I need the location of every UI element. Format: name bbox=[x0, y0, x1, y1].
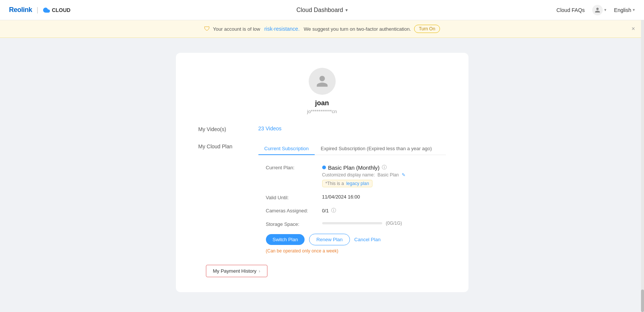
plan-status-dot bbox=[322, 166, 326, 169]
banner-text-suffix: We suggest you turn on two-factor authen… bbox=[304, 26, 411, 32]
storage-bar bbox=[322, 222, 382, 224]
close-icon[interactable]: × bbox=[632, 25, 635, 32]
cloud-plan-label: My Cloud Plan bbox=[198, 143, 258, 149]
customized-label: Customized display name: bbox=[322, 172, 375, 178]
scrollbar[interactable] bbox=[641, 0, 644, 312]
header-center: Cloud Dashboard ▾ bbox=[296, 7, 348, 13]
warning-banner: 🛡 Your account is of low risk-resistance… bbox=[0, 20, 644, 38]
cloud-faqs-link[interactable]: Cloud FAQs bbox=[557, 7, 585, 13]
shield-icon: 🛡 bbox=[204, 25, 210, 32]
turn-on-button[interactable]: Turn On bbox=[414, 25, 440, 33]
logo-section: Reolink | CLOUD bbox=[9, 6, 71, 14]
cloud-logo-text: CLOUD bbox=[52, 7, 71, 13]
valid-until-row: Valid Until: 11/04/2024 16:00 bbox=[258, 194, 446, 200]
tab-expired-subscription[interactable]: Expired Subscription (Expired less than … bbox=[315, 143, 438, 155]
cameras-help-icon[interactable]: ⓘ bbox=[331, 207, 336, 214]
storage-label: Storage Space: bbox=[266, 221, 322, 227]
current-plan-value: Basic Plan (Monthly) ⓘ Customized displa… bbox=[322, 164, 446, 187]
person-icon bbox=[594, 7, 600, 13]
customized-name-row: Customized display name: Basic Plan ✎ bbox=[322, 172, 446, 178]
user-dropdown-icon: ▾ bbox=[604, 7, 606, 12]
cameras-value: 0/1 ⓘ bbox=[322, 207, 446, 214]
cloud-icon bbox=[43, 6, 50, 14]
edit-icon[interactable]: ✎ bbox=[402, 172, 405, 178]
current-plan-row: Current Plan: Basic Plan (Monthly) ⓘ Cus… bbox=[258, 164, 446, 187]
app-header: Reolink | CLOUD Cloud Dashboard ▾ Cloud … bbox=[0, 0, 644, 20]
valid-until-value: 11/04/2024 16:00 bbox=[322, 194, 446, 200]
ops-note: (Can be operated only once a week) bbox=[258, 248, 446, 254]
banner-text-prefix: Your account is of low bbox=[213, 26, 260, 32]
reolink-logo: Reolink bbox=[9, 6, 32, 14]
storage-value: (0G/1G) bbox=[322, 221, 446, 226]
language-label: English bbox=[614, 7, 631, 13]
cameras-row: Cameras Assigned: 0/1 ⓘ bbox=[258, 207, 446, 214]
tab-current-subscription[interactable]: Current Subscription bbox=[258, 143, 315, 155]
legacy-plan-row: *This is a legacy plan bbox=[322, 180, 446, 187]
plan-name-wrap: Basic Plan (Monthly) ⓘ bbox=[322, 164, 446, 171]
chevron-right-icon: › bbox=[259, 269, 260, 274]
payment-history-button[interactable]: My Payment History › bbox=[206, 265, 267, 277]
videos-row: My Video(s) 23 Videos bbox=[198, 125, 446, 132]
current-plan-label: Current Plan: bbox=[266, 164, 322, 170]
plan-tabs: Current Subscription Expired Subscriptio… bbox=[258, 143, 446, 155]
storage-bar-wrap: (0G/1G) bbox=[322, 221, 446, 226]
main-content: joan jo***********cn My Video(s) 23 Vide… bbox=[0, 38, 644, 307]
profile-card: joan jo***********cn My Video(s) 23 Vide… bbox=[176, 53, 468, 292]
scrollbar-thumb[interactable] bbox=[641, 290, 644, 312]
lang-dropdown-icon: ▾ bbox=[633, 7, 635, 12]
action-buttons: Switch Plan Renew Plan Cancel Plan bbox=[258, 234, 446, 245]
valid-until-label: Valid Until: bbox=[266, 194, 322, 200]
risk-resistance-link[interactable]: risk-resistance. bbox=[264, 26, 300, 32]
avatar-section: joan jo***********cn bbox=[198, 68, 446, 114]
storage-text: (0G/1G) bbox=[386, 221, 402, 226]
legacy-text-prefix: *This is a bbox=[326, 181, 344, 186]
legacy-plan-link[interactable]: legacy plan bbox=[346, 181, 369, 186]
avatar-person-icon bbox=[315, 75, 329, 88]
payment-history-label: My Payment History bbox=[213, 268, 257, 274]
plan-name: Basic Plan (Monthly) bbox=[328, 164, 380, 171]
user-menu[interactable]: ▾ bbox=[592, 5, 606, 15]
payment-history-section: My Payment History › bbox=[198, 265, 446, 277]
switch-plan-button[interactable]: Switch Plan bbox=[266, 234, 305, 245]
dashboard-dropdown-icon[interactable]: ▾ bbox=[345, 7, 348, 13]
videos-link[interactable]: 23 Videos bbox=[258, 125, 282, 131]
cameras-count: 0/1 bbox=[322, 208, 329, 213]
user-avatar-icon bbox=[592, 5, 603, 15]
renew-plan-button[interactable]: Renew Plan bbox=[309, 234, 350, 245]
plan-info-icon[interactable]: ⓘ bbox=[382, 164, 387, 171]
cloud-logo: CLOUD bbox=[43, 6, 71, 14]
videos-label: My Video(s) bbox=[198, 125, 258, 132]
user-email: jo***********cn bbox=[307, 109, 337, 114]
username: joan bbox=[315, 99, 329, 107]
page-title: Cloud Dashboard bbox=[296, 7, 343, 13]
cancel-plan-link[interactable]: Cancel Plan bbox=[354, 237, 381, 242]
avatar bbox=[309, 68, 336, 95]
cameras-label: Cameras Assigned: bbox=[266, 207, 322, 213]
legacy-badge: *This is a legacy plan bbox=[322, 180, 372, 187]
cloud-plan-content: Current Subscription Expired Subscriptio… bbox=[258, 143, 446, 254]
logo-divider: | bbox=[37, 6, 39, 14]
customized-value: Basic Plan bbox=[378, 172, 399, 178]
language-selector[interactable]: English ▾ bbox=[614, 7, 635, 13]
cameras-wrap: 0/1 ⓘ bbox=[322, 207, 446, 214]
videos-value: 23 Videos bbox=[258, 125, 446, 131]
cloud-plan-row: My Cloud Plan Current Subscription Expir… bbox=[198, 143, 446, 254]
storage-row: Storage Space: (0G/1G) bbox=[258, 221, 446, 227]
header-right: Cloud FAQs ▾ English ▾ bbox=[557, 5, 635, 15]
